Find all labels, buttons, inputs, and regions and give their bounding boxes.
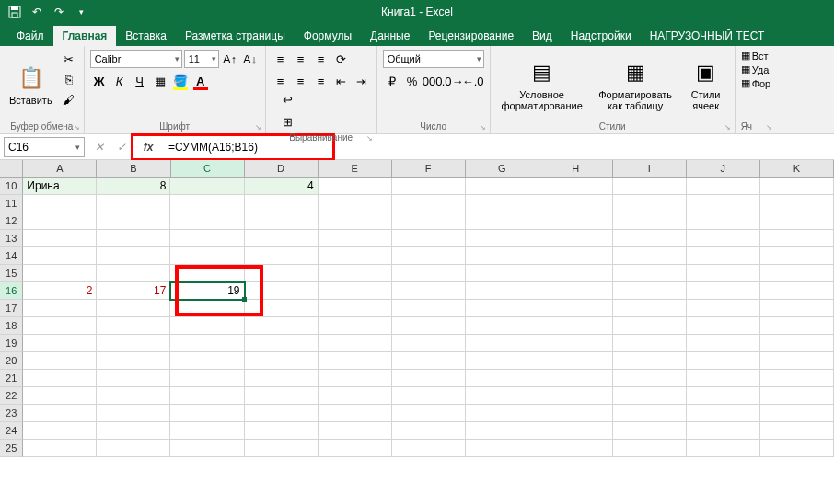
tab-home[interactable]: Главная [53, 26, 117, 46]
cell-e10[interactable] [319, 178, 392, 195]
indent-decrease-icon[interactable]: ⇤ [332, 72, 351, 90]
cell-k12[interactable] [760, 212, 834, 230]
cell-b25[interactable] [97, 440, 170, 457]
row-header-16[interactable]: 16 [0, 282, 23, 300]
cell-g25[interactable] [466, 440, 539, 457]
cell-k25[interactable] [760, 440, 834, 457]
cell-h13[interactable] [539, 230, 613, 247]
cell-e25[interactable] [319, 440, 392, 457]
cell-k22[interactable] [760, 387, 834, 405]
col-header-a[interactable]: A [23, 160, 97, 177]
cell-g12[interactable] [466, 212, 539, 230]
cell-k10[interactable] [760, 178, 834, 195]
cell-g22[interactable] [466, 387, 539, 405]
cell-c21[interactable] [170, 370, 244, 387]
select-all-corner[interactable] [0, 160, 23, 177]
cell-g23[interactable] [466, 405, 539, 422]
align-center-icon[interactable]: ≡ [292, 72, 310, 90]
underline-button[interactable]: Ч [131, 72, 149, 90]
cell-f25[interactable] [392, 440, 466, 457]
cell-c14[interactable] [170, 247, 244, 265]
cell-d15[interactable] [245, 265, 319, 282]
cell-d19[interactable] [245, 335, 319, 352]
cell-i21[interactable] [613, 370, 687, 387]
cell-d22[interactable] [245, 387, 319, 405]
align-right-icon[interactable]: ≡ [312, 72, 330, 90]
cell-g10[interactable] [466, 178, 539, 195]
cell-i18[interactable] [613, 317, 687, 335]
bold-button[interactable]: Ж [90, 72, 109, 90]
conditional-formatting-button[interactable]: ▤ Условное форматирование [496, 50, 588, 120]
cell-c10[interactable] [170, 178, 244, 195]
cell-h24[interactable] [539, 422, 613, 440]
cell-i22[interactable] [613, 387, 687, 405]
cell-c12[interactable] [170, 212, 244, 230]
cell-j20[interactable] [687, 352, 760, 370]
orientation-icon[interactable]: ⟳ [332, 50, 351, 68]
cell-e11[interactable] [319, 195, 392, 212]
cell-b16[interactable]: 17 [97, 282, 170, 300]
cell-h22[interactable] [539, 387, 613, 405]
cell-b12[interactable] [97, 212, 170, 230]
row-header-23[interactable]: 23 [0, 405, 23, 422]
cell-f13[interactable] [392, 230, 466, 247]
cell-j14[interactable] [687, 247, 760, 265]
col-header-i[interactable]: I [613, 160, 687, 177]
cell-i20[interactable] [613, 352, 687, 370]
cell-d13[interactable] [245, 230, 319, 247]
row-header-19[interactable]: 19 [0, 335, 23, 352]
cell-i23[interactable] [613, 405, 687, 422]
cell-f11[interactable] [392, 195, 466, 212]
row-header-25[interactable]: 25 [0, 440, 23, 457]
fx-icon[interactable]: fx [137, 137, 159, 157]
cell-styles-button[interactable]: ▣ Стили ячеек [683, 50, 729, 120]
row-header-13[interactable]: 13 [0, 230, 23, 247]
cell-k21[interactable] [760, 370, 834, 387]
cell-i15[interactable] [613, 265, 687, 282]
row-header-12[interactable]: 12 [0, 212, 23, 230]
cell-j23[interactable] [687, 405, 760, 422]
tab-loadtest[interactable]: НАГРУЗОЧНЫЙ ТЕСТ [641, 26, 774, 46]
align-left-icon[interactable]: ≡ [272, 72, 290, 90]
cell-c25[interactable] [170, 440, 244, 457]
cell-j13[interactable] [687, 230, 760, 247]
border-icon[interactable]: ▦ [151, 72, 169, 90]
cell-b21[interactable] [97, 370, 170, 387]
cell-a13[interactable] [23, 230, 97, 247]
cell-h10[interactable] [539, 178, 613, 195]
row-header-11[interactable]: 11 [0, 195, 23, 212]
row-header-24[interactable]: 24 [0, 422, 23, 440]
cell-f20[interactable] [392, 352, 466, 370]
cell-f21[interactable] [392, 370, 466, 387]
cell-d16[interactable] [245, 282, 319, 300]
cell-a14[interactable] [23, 247, 97, 265]
increase-font-icon[interactable]: A↑ [221, 50, 239, 68]
cell-f17[interactable] [392, 300, 466, 317]
format-cells-button[interactable]: ▦ Фор [741, 77, 771, 89]
col-header-f[interactable]: F [392, 160, 466, 177]
cell-j24[interactable] [687, 422, 760, 440]
cell-c19[interactable] [170, 335, 244, 352]
cell-d10[interactable]: 4 [245, 178, 319, 195]
cell-e13[interactable] [319, 230, 392, 247]
cell-e22[interactable] [319, 387, 392, 405]
row-header-17[interactable]: 17 [0, 300, 23, 317]
cell-k14[interactable] [760, 247, 834, 265]
cell-g21[interactable] [466, 370, 539, 387]
row-header-18[interactable]: 18 [0, 317, 23, 335]
cell-k17[interactable] [760, 300, 834, 317]
cell-h14[interactable] [539, 247, 613, 265]
cell-b20[interactable] [97, 352, 170, 370]
cell-e20[interactable] [319, 352, 392, 370]
tab-view[interactable]: Вид [523, 26, 562, 46]
delete-cells-button[interactable]: ▦ Уда [741, 63, 771, 75]
undo-icon[interactable]: ↶ [29, 5, 44, 19]
decrease-font-icon[interactable]: A↓ [241, 50, 260, 68]
col-header-b[interactable]: B [97, 160, 170, 177]
cell-a19[interactable] [23, 335, 97, 352]
cell-b22[interactable] [97, 387, 170, 405]
italic-button[interactable]: К [110, 72, 129, 90]
percent-icon[interactable]: % [403, 72, 422, 90]
insert-cells-button[interactable]: ▦ Вст [741, 50, 771, 62]
cell-j22[interactable] [687, 387, 760, 405]
